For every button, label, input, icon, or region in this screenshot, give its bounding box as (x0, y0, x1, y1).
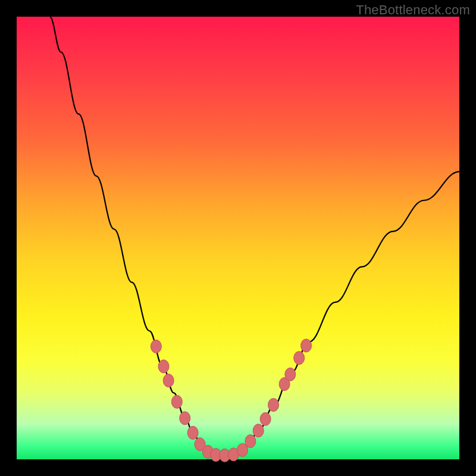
curve-marker (171, 395, 182, 408)
chart-svg (17, 17, 459, 459)
curve-marker (151, 340, 161, 353)
watermark-text: TheBottleneck.com (356, 2, 470, 18)
curve-marker (158, 360, 169, 373)
chart-frame: TheBottleneck.com (0, 0, 476, 476)
curve-marker (180, 412, 190, 425)
curve-marker (253, 424, 264, 437)
curve-marker (245, 435, 256, 448)
curve-markers (151, 339, 311, 462)
bottleneck-curve (50, 17, 459, 455)
curve-marker (285, 368, 296, 381)
curve-marker (260, 412, 271, 425)
curve-marker (301, 339, 312, 352)
plot-area (17, 17, 459, 459)
curve-marker (187, 426, 198, 439)
curve-marker (294, 352, 305, 365)
curve-marker (268, 398, 279, 411)
curve-marker (163, 374, 174, 387)
